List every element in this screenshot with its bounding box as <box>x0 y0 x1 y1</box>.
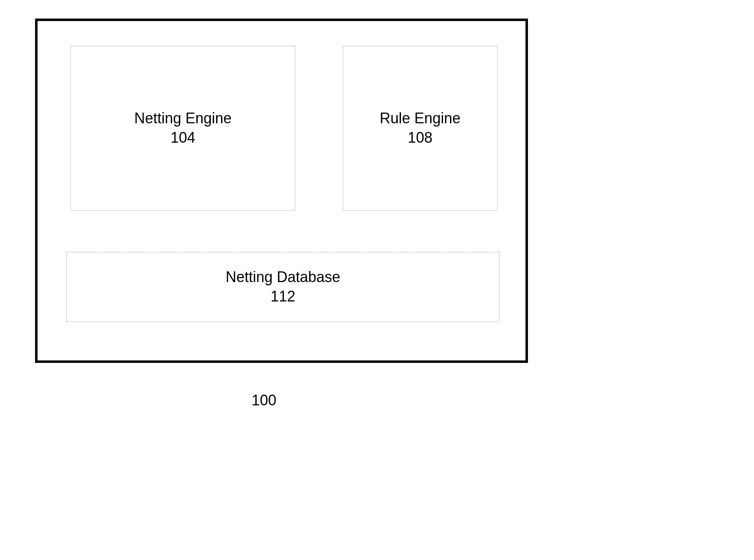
netting-database-title: Netting Database <box>226 268 340 287</box>
netting-engine-number: 104 <box>170 128 195 148</box>
rule-engine-box: Rule Engine 108 <box>343 46 497 211</box>
figure-number: 100 <box>252 392 276 409</box>
netting-engine-title: Netting Engine <box>134 109 231 128</box>
netting-database-box: Netting Database 112 <box>66 252 500 322</box>
diagram-outer-box: Netting Engine 104 Rule Engine 108 Netti… <box>35 19 528 363</box>
rule-engine-title: Rule Engine <box>379 109 460 128</box>
rule-engine-number: 108 <box>408 128 432 148</box>
netting-engine-box: Netting Engine 104 <box>71 46 295 211</box>
netting-database-number: 112 <box>271 287 295 306</box>
